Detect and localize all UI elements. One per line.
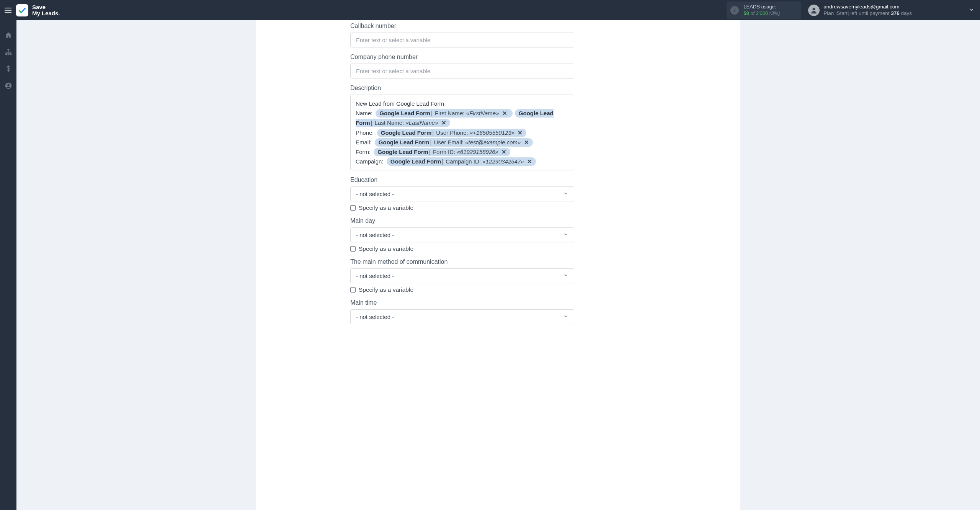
chevron-down-icon [563,232,568,237]
chip-remove-icon[interactable]: ✕ [516,129,523,136]
sidebar [0,20,16,510]
education-select[interactable]: - not selected - [350,186,574,201]
form-card: Callback number Company phone number Des… [256,20,740,510]
mainday-var-check[interactable]: Specify as a variable [350,242,574,252]
chip-phone[interactable]: Google Lead Form| User Phone: «+16505550… [377,129,527,137]
checkbox-icon [350,246,356,252]
logo-text[interactable]: Save My Leads. [32,4,60,16]
description-box[interactable]: New Lead from Google Lead Form Name: Goo… [350,95,574,170]
user-menu[interactable]: andrewsavemyleads@gmail.com Plan |Start|… [808,4,912,16]
mainday-value: - not selected - [356,232,394,238]
user-email: andrewsavemyleads@gmail.com [823,4,912,10]
checkbox-icon [350,205,356,211]
maintime-value: - not selected - [356,314,394,320]
page: Callback number Company phone number Des… [16,20,980,510]
leads-pct: (3%) [769,10,780,16]
chip-remove-icon[interactable]: ✕ [500,149,506,155]
logo-mark[interactable] [16,4,28,16]
chip-remove-icon[interactable]: ✕ [526,158,532,165]
checkbox-icon [350,287,356,293]
row-campaign-label: Campaign: [356,158,384,165]
education-var-check[interactable]: Specify as a variable [350,201,574,211]
checkmark-icon [18,7,26,14]
chip-form-id[interactable]: Google Lead Form| Form ID: «61929158926»… [374,148,510,156]
top-bar: Save My Leads. i LEADS usage: 58 of 2'00… [0,0,980,20]
user-icon [810,7,818,14]
nav-billing[interactable] [4,65,13,73]
row-phone-label: Phone: [356,129,374,136]
mainday-label: Main day [350,217,574,224]
comm-var-check[interactable]: Specify as a variable [350,283,574,293]
education-value: - not selected - [356,191,394,197]
maintime-label: Main time [350,299,574,306]
user-plan: Plan |Start| left until payment 376 days [823,10,912,16]
leads-usage-box[interactable]: i LEADS usage: 58 of 2'000 (3%) [727,2,801,19]
avatar [808,5,820,16]
svg-point-3 [813,8,815,10]
mainday-var-label: Specify as a variable [359,245,413,252]
chip-campaign-id[interactable]: Google Lead Form| Campaign ID: «12290342… [387,157,536,166]
chip-first-name[interactable]: Google Lead Form| First Name: «FirstName… [376,109,512,118]
comm-label: The main method of communication [350,258,574,265]
comm-value: - not selected - [356,273,394,279]
mainday-select[interactable]: - not selected - [350,227,574,242]
menu-toggle[interactable] [3,5,13,15]
svg-rect-6 [7,53,9,55]
company-phone-label: Company phone number [350,54,574,60]
nav-integrations[interactable] [4,48,13,56]
row-name-label: Name: [356,110,372,116]
chevron-down-icon [563,191,568,196]
leads-of: of [750,10,755,16]
comm-select[interactable]: - not selected - [350,268,574,283]
company-phone-input[interactable] [350,64,574,78]
dollar-icon [5,65,12,72]
maintime-select[interactable]: - not selected - [350,309,574,324]
hamburger-icon [4,7,12,13]
callback-input[interactable] [350,33,574,47]
nav-home[interactable] [4,31,13,39]
row-form-label: Form: [356,149,371,155]
logo-line2: My Leads. [32,10,60,16]
row-email-label: Email: [356,139,372,145]
leads-used: 58 [743,10,749,16]
svg-rect-7 [10,53,11,55]
chevron-down-icon [969,7,975,13]
comm-var-label: Specify as a variable [359,286,413,293]
chip-remove-icon[interactable]: ✕ [440,119,446,126]
svg-rect-4 [7,49,9,51]
home-icon [5,31,12,39]
svg-point-9 [7,84,9,86]
chip-email[interactable]: Google Lead Form| User Email: «test@exam… [375,138,533,147]
info-icon: i [730,6,739,15]
svg-rect-5 [5,53,7,55]
description-label: Description [350,85,574,92]
education-var-label: Specify as a variable [359,204,413,211]
leads-title: LEADS usage: [743,4,780,10]
leads-total: 2'000 [756,10,768,16]
sitemap-icon [5,48,12,56]
chevron-down-icon [563,314,568,319]
chip-remove-icon[interactable]: ✕ [501,110,507,116]
education-label: Education [350,177,574,183]
callback-label: Callback number [350,23,574,29]
nav-account[interactable] [4,82,13,90]
chip-remove-icon[interactable]: ✕ [523,139,529,145]
user-circle-icon [5,82,12,90]
desc-top-line: New Lead from Google Lead Form [356,99,569,108]
logo-line1: Save [32,4,46,10]
chevron-down-icon [563,273,568,278]
account-dropdown-toggle[interactable] [969,7,975,14]
